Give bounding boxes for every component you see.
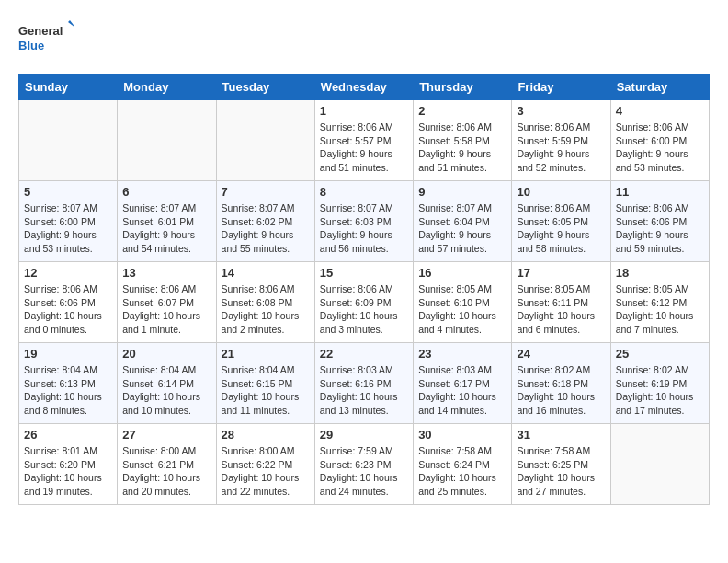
calendar-cell — [19, 100, 118, 181]
calendar-cell: 23Sunrise: 8:03 AM Sunset: 6:17 PM Dayli… — [414, 343, 512, 424]
day-number: 10 — [517, 185, 605, 199]
day-info: Sunrise: 8:07 AM Sunset: 6:04 PM Dayligh… — [418, 201, 506, 256]
day-info: Sunrise: 8:06 AM Sunset: 6:06 PM Dayligh… — [24, 282, 112, 337]
day-info: Sunrise: 8:01 AM Sunset: 6:20 PM Dayligh… — [24, 444, 112, 499]
calendar-cell: 11Sunrise: 8:06 AM Sunset: 6:06 PM Dayli… — [610, 181, 709, 262]
day-number: 27 — [122, 428, 210, 442]
calendar-cell: 19Sunrise: 8:04 AM Sunset: 6:13 PM Dayli… — [19, 343, 118, 424]
day-info: Sunrise: 8:05 AM Sunset: 6:10 PM Dayligh… — [418, 282, 506, 337]
day-info: Sunrise: 8:04 AM Sunset: 6:14 PM Dayligh… — [122, 363, 210, 418]
calendar-cell: 30Sunrise: 7:58 AM Sunset: 6:24 PM Dayli… — [414, 424, 512, 505]
day-info: Sunrise: 8:07 AM Sunset: 6:03 PM Dayligh… — [320, 201, 408, 256]
day-of-week-header: Sunday — [19, 75, 118, 100]
calendar-cell — [216, 100, 314, 181]
day-number: 26 — [24, 428, 112, 442]
day-of-week-header: Monday — [118, 75, 216, 100]
day-info: Sunrise: 8:05 AM Sunset: 6:11 PM Dayligh… — [517, 282, 605, 337]
day-info: Sunrise: 8:06 AM Sunset: 5:59 PM Dayligh… — [517, 121, 605, 175]
day-info: Sunrise: 8:07 AM Sunset: 6:01 PM Dayligh… — [122, 201, 210, 256]
day-info: Sunrise: 8:06 AM Sunset: 6:09 PM Dayligh… — [320, 282, 408, 337]
calendar-cell: 25Sunrise: 8:02 AM Sunset: 6:19 PM Dayli… — [610, 343, 709, 424]
calendar-cell — [610, 424, 709, 505]
page-header: General Blue — [18, 18, 710, 59]
day-number: 17 — [517, 266, 605, 280]
day-info: Sunrise: 8:02 AM Sunset: 6:18 PM Dayligh… — [517, 363, 605, 418]
calendar-cell: 12Sunrise: 8:06 AM Sunset: 6:06 PM Dayli… — [19, 262, 118, 343]
calendar-cell: 22Sunrise: 8:03 AM Sunset: 6:16 PM Dayli… — [314, 343, 413, 424]
day-number: 8 — [320, 185, 408, 199]
svg-marker-2 — [68, 20, 74, 28]
day-of-week-header: Thursday — [414, 75, 512, 100]
calendar-cell: 26Sunrise: 8:01 AM Sunset: 6:20 PM Dayli… — [19, 424, 118, 505]
calendar-cell: 18Sunrise: 8:05 AM Sunset: 6:12 PM Dayli… — [610, 262, 709, 343]
day-number: 5 — [24, 185, 112, 199]
day-of-week-header: Wednesday — [314, 75, 413, 100]
day-of-week-header: Tuesday — [216, 75, 314, 100]
calendar-cell: 5Sunrise: 8:07 AM Sunset: 6:00 PM Daylig… — [19, 181, 118, 262]
day-number: 12 — [24, 266, 112, 280]
calendar-cell: 4Sunrise: 8:06 AM Sunset: 6:00 PM Daylig… — [610, 100, 709, 181]
calendar-cell: 24Sunrise: 8:02 AM Sunset: 6:18 PM Dayli… — [512, 343, 610, 424]
calendar-cell: 3Sunrise: 8:06 AM Sunset: 5:59 PM Daylig… — [512, 100, 610, 181]
day-number: 9 — [418, 185, 506, 199]
calendar-cell: 16Sunrise: 8:05 AM Sunset: 6:10 PM Dayli… — [414, 262, 512, 343]
day-of-week-header: Saturday — [610, 75, 709, 100]
calendar-table: SundayMondayTuesdayWednesdayThursdayFrid… — [18, 74, 710, 505]
day-number: 13 — [122, 266, 210, 280]
day-number: 25 — [616, 347, 704, 361]
day-number: 31 — [517, 428, 605, 442]
svg-text:General: General — [18, 24, 63, 38]
calendar-cell — [118, 100, 216, 181]
calendar-cell: 21Sunrise: 8:04 AM Sunset: 6:15 PM Dayli… — [216, 343, 314, 424]
day-info: Sunrise: 8:03 AM Sunset: 6:17 PM Dayligh… — [418, 363, 506, 418]
day-number: 23 — [418, 347, 506, 361]
logo: General Blue — [18, 18, 74, 59]
calendar-cell: 7Sunrise: 8:07 AM Sunset: 6:02 PM Daylig… — [216, 181, 314, 262]
day-number: 20 — [122, 347, 210, 361]
day-info: Sunrise: 7:58 AM Sunset: 6:25 PM Dayligh… — [517, 444, 605, 499]
calendar-cell: 17Sunrise: 8:05 AM Sunset: 6:11 PM Dayli… — [512, 262, 610, 343]
day-number: 19 — [24, 347, 112, 361]
day-number: 16 — [418, 266, 506, 280]
day-info: Sunrise: 8:00 AM Sunset: 6:22 PM Dayligh… — [222, 444, 310, 499]
day-info: Sunrise: 7:59 AM Sunset: 6:23 PM Dayligh… — [320, 444, 408, 499]
day-info: Sunrise: 8:07 AM Sunset: 6:00 PM Dayligh… — [24, 201, 112, 256]
day-number: 3 — [517, 104, 605, 118]
day-info: Sunrise: 7:58 AM Sunset: 6:24 PM Dayligh… — [418, 444, 506, 499]
day-number: 14 — [222, 266, 310, 280]
calendar-cell: 13Sunrise: 8:06 AM Sunset: 6:07 PM Dayli… — [118, 262, 216, 343]
calendar-cell: 1Sunrise: 8:06 AM Sunset: 5:57 PM Daylig… — [314, 100, 413, 181]
day-info: Sunrise: 8:06 AM Sunset: 6:06 PM Dayligh… — [616, 201, 704, 256]
svg-text:Blue: Blue — [18, 39, 44, 52]
logo-icon: General Blue — [18, 18, 74, 59]
calendar-cell: 6Sunrise: 8:07 AM Sunset: 6:01 PM Daylig… — [118, 181, 216, 262]
calendar-cell: 31Sunrise: 7:58 AM Sunset: 6:25 PM Dayli… — [512, 424, 610, 505]
calendar-cell: 20Sunrise: 8:04 AM Sunset: 6:14 PM Dayli… — [118, 343, 216, 424]
calendar-cell: 29Sunrise: 7:59 AM Sunset: 6:23 PM Dayli… — [314, 424, 413, 505]
day-number: 21 — [222, 347, 310, 361]
day-info: Sunrise: 8:06 AM Sunset: 6:07 PM Dayligh… — [122, 282, 210, 337]
calendar-cell: 9Sunrise: 8:07 AM Sunset: 6:04 PM Daylig… — [414, 181, 512, 262]
day-number: 4 — [616, 104, 704, 118]
calendar-cell: 14Sunrise: 8:06 AM Sunset: 6:08 PM Dayli… — [216, 262, 314, 343]
day-number: 7 — [222, 185, 310, 199]
calendar-cell: 15Sunrise: 8:06 AM Sunset: 6:09 PM Dayli… — [314, 262, 413, 343]
day-info: Sunrise: 8:04 AM Sunset: 6:15 PM Dayligh… — [222, 363, 310, 418]
day-number: 22 — [320, 347, 408, 361]
day-number: 6 — [122, 185, 210, 199]
day-number: 29 — [320, 428, 408, 442]
day-info: Sunrise: 8:02 AM Sunset: 6:19 PM Dayligh… — [616, 363, 704, 418]
day-info: Sunrise: 8:07 AM Sunset: 6:02 PM Dayligh… — [222, 201, 310, 256]
day-info: Sunrise: 8:04 AM Sunset: 6:13 PM Dayligh… — [24, 363, 112, 418]
day-info: Sunrise: 8:00 AM Sunset: 6:21 PM Dayligh… — [122, 444, 210, 499]
day-info: Sunrise: 8:05 AM Sunset: 6:12 PM Dayligh… — [616, 282, 704, 337]
day-info: Sunrise: 8:06 AM Sunset: 5:58 PM Dayligh… — [418, 121, 506, 175]
day-number: 15 — [320, 266, 408, 280]
day-number: 2 — [418, 104, 506, 118]
day-number: 11 — [616, 185, 704, 199]
day-number: 28 — [222, 428, 310, 442]
day-info: Sunrise: 8:06 AM Sunset: 6:00 PM Dayligh… — [616, 121, 704, 175]
day-info: Sunrise: 8:06 AM Sunset: 6:08 PM Dayligh… — [222, 282, 310, 337]
day-info: Sunrise: 8:06 AM Sunset: 5:57 PM Dayligh… — [320, 121, 408, 175]
calendar-cell: 28Sunrise: 8:00 AM Sunset: 6:22 PM Dayli… — [216, 424, 314, 505]
